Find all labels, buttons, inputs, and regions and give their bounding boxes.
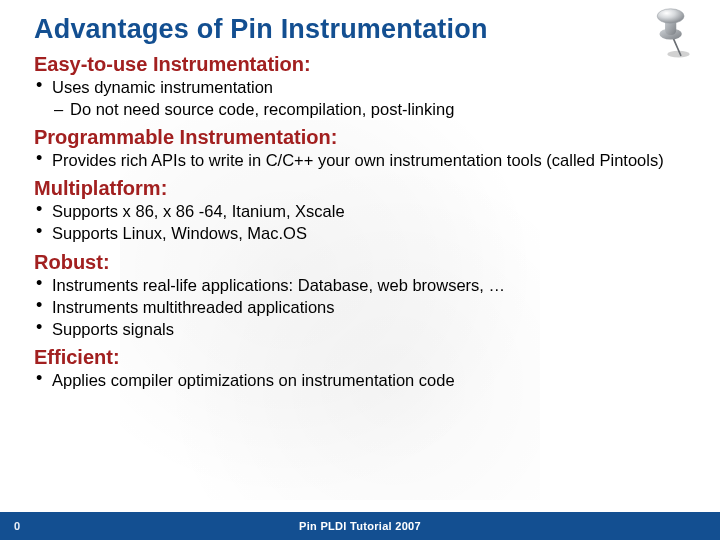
section-heading: Programmable Instrumentation: (34, 126, 698, 149)
bullet-text: Uses dynamic instrumentation (52, 78, 273, 96)
bullet-text: Provides rich APIs to write in C/C++ you… (52, 151, 664, 169)
bullet-text: Instruments real-life applications: Data… (52, 276, 505, 294)
slide-title: Advantages of Pin Instrumentation (34, 14, 698, 45)
bullet-list: Applies compiler optimizations on instru… (34, 370, 698, 391)
bullet-list: Provides rich APIs to write in C/C++ you… (34, 150, 698, 171)
section-heading: Multiplatform: (34, 177, 698, 200)
section-heading: Efficient: (34, 346, 698, 369)
pushpin-icon (646, 6, 702, 62)
slide: Advantages of Pin Instrumentation Easy-t… (0, 0, 720, 540)
bullet-text: Supports Linux, Windows, Mac.OS (52, 224, 307, 242)
section-heading: Easy-to-use Instrumentation: (34, 53, 698, 76)
svg-point-4 (657, 9, 684, 24)
bullet-item: Supports x 86, x 86 -64, Itanium, Xscale (34, 201, 698, 222)
bullet-list: Supports x 86, x 86 -64, Itanium, Xscale… (34, 201, 698, 244)
footer-text: Pin PLDI Tutorial 2007 (34, 520, 686, 532)
bullet-item: Uses dynamic instrumentation Do not need… (34, 77, 698, 120)
slide-footer: 0 Pin PLDI Tutorial 2007 (0, 512, 720, 540)
bullet-text: Supports signals (52, 320, 174, 338)
bullet-list: Uses dynamic instrumentation Do not need… (34, 77, 698, 120)
bullet-list: Instruments real-life applications: Data… (34, 275, 698, 340)
bullet-item: Applies compiler optimizations on instru… (34, 370, 698, 391)
bullet-item: Provides rich APIs to write in C/C++ you… (34, 150, 698, 171)
bullet-item: Supports signals (34, 319, 698, 340)
bullet-text: Supports x 86, x 86 -64, Itanium, Xscale (52, 202, 345, 220)
bullet-item: Supports Linux, Windows, Mac.OS (34, 223, 698, 244)
bullet-item: Instruments multithreaded applications (34, 297, 698, 318)
sub-bullet-list: Do not need source code, recompilation, … (52, 99, 698, 120)
bullet-text: Applies compiler optimizations on instru… (52, 371, 455, 389)
section-heading: Robust: (34, 251, 698, 274)
bullet-text: Instruments multithreaded applications (52, 298, 334, 316)
page-number: 0 (0, 520, 34, 532)
bullet-item: Instruments real-life applications: Data… (34, 275, 698, 296)
sub-bullet-item: Do not need source code, recompilation, … (52, 99, 698, 120)
